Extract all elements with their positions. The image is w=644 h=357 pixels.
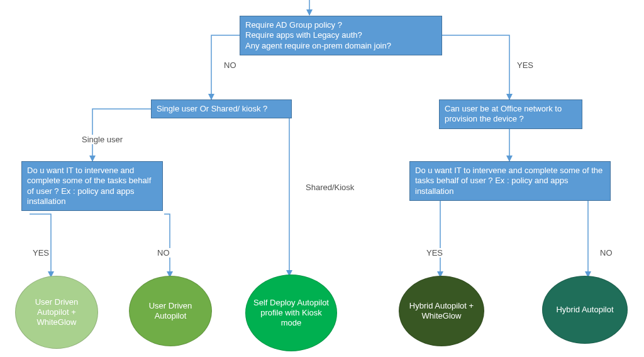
root-line2: Require apps with Legacy auth? [245, 30, 436, 40]
decision-it-intervene-left: Do u want IT to intervene and complete s… [21, 161, 163, 211]
result-user-driven: User Driven Autopilot [129, 276, 212, 346]
it-intervene-left-text: Do u want IT to intervene and complete s… [27, 166, 151, 206]
ellipse1-text: User Driven Autopilot + WhiteGlow [21, 297, 92, 328]
decision-single-or-shared: Single user Or Shared/ kiosk ? [151, 99, 292, 118]
it-intervene-right-text: Do u want IT to intervene and complete s… [415, 166, 602, 196]
result-hybrid: Hybrid Autopilot [542, 276, 628, 344]
edge-root-yes: YES [516, 60, 535, 70]
result-self-deploy-kiosk: Self Deploy Autopilot profile with Kiosk… [245, 275, 337, 351]
decision-it-intervene-right: Do u want IT to intervene and complete s… [409, 161, 611, 201]
single-or-shared-text: Single user Or Shared/ kiosk ? [157, 104, 267, 114]
edge-left-no: NO [156, 248, 171, 258]
root-line1: Require AD Group policy ? [245, 20, 436, 30]
ellipse5-text: Hybrid Autopilot [556, 305, 613, 315]
office-network-text: Can user be at Office network to provisi… [445, 104, 562, 123]
edge-right-yes: YES [425, 248, 444, 258]
edge-single-user: Single user [80, 135, 124, 144]
result-hybrid-whiteglow: Hybrid Autopilot + WhiteGlow [399, 276, 484, 346]
ellipse3-text: Self Deploy Autopilot profile with Kiosk… [251, 298, 331, 329]
result-user-driven-whiteglow: User Driven Autopilot + WhiteGlow [15, 276, 98, 349]
edge-left-yes: YES [31, 248, 50, 258]
edge-right-no: NO [599, 248, 614, 258]
edge-shared-kiosk: Shared/Kiosk [304, 183, 355, 192]
root-line3: Any agent require on-prem domain join? [245, 41, 436, 51]
ellipse2-text: User Driven Autopilot [135, 301, 206, 322]
ellipse4-text: Hybrid Autopilot + WhiteGlow [404, 301, 479, 322]
edge-root-no: NO [223, 60, 238, 70]
decision-office-network: Can user be at Office network to provisi… [439, 99, 582, 129]
decision-root: Require AD Group policy ? Require apps w… [240, 16, 442, 55]
